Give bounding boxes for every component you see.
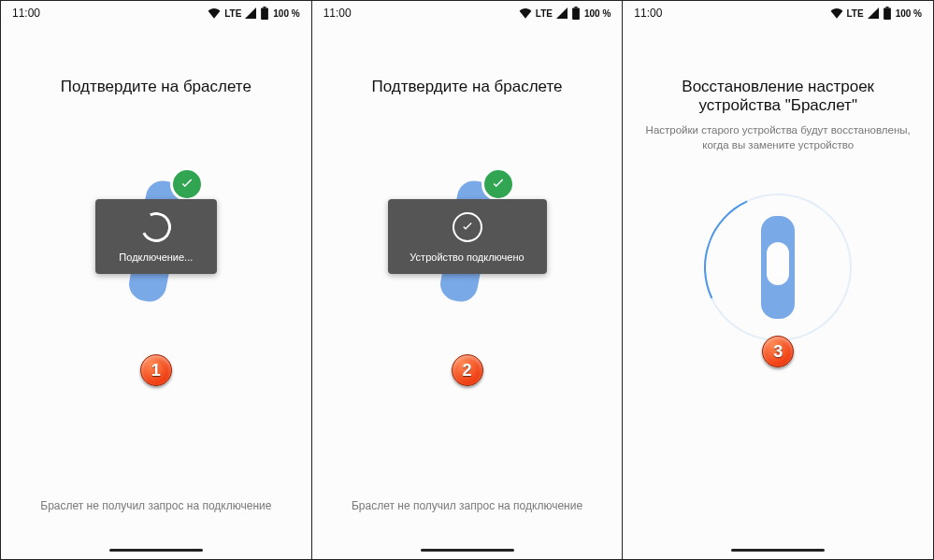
status-bar: 11:00 LTE 100 % (623, 1, 933, 25)
step-badge-1: 1 (140, 354, 172, 386)
phone-screen-3: 11:00 LTE 100 % Восстановление настроек … (623, 0, 934, 560)
battery-label: 100 % (273, 8, 299, 19)
toast-connected: Устройство подключено (388, 199, 547, 274)
battery-icon (260, 7, 269, 20)
title-area: Восстановление настроек устройства "Брас… (623, 78, 933, 152)
battery-icon (571, 7, 581, 20)
page-subtitle: Настройки старого устройства будут восст… (641, 122, 914, 152)
phone-screen-2: 11:00 LTE 100 % Подтвердите на браслете … (312, 0, 624, 560)
signal-icon (245, 7, 256, 19)
svg-rect-0 (264, 7, 266, 8)
svg-rect-2 (574, 7, 577, 8)
toast-text: Устройство подключено (410, 251, 524, 263)
wifi-icon (519, 7, 532, 19)
status-bar: 11:00 LTE 100 % (1, 1, 311, 25)
svg-rect-1 (261, 8, 268, 20)
band-image (761, 216, 795, 319)
illustration (698, 188, 857, 347)
page-title: Подтвердите на браслете (61, 78, 251, 96)
nav-handle[interactable] (109, 549, 203, 552)
status-time: 11:00 (12, 7, 40, 20)
spinner-icon (137, 208, 175, 246)
svg-rect-3 (572, 8, 580, 20)
status-right: LTE 100 % (830, 7, 923, 20)
footer-link[interactable]: Браслет не получил запрос на подключение (312, 499, 623, 512)
illustration: Устройство подключено (388, 162, 547, 321)
wifi-icon (830, 7, 843, 19)
footer-link[interactable]: Браслет не получил запрос на подключение (1, 499, 311, 512)
battery-label: 100 % (584, 8, 611, 19)
battery-icon (883, 7, 892, 20)
status-bar: 11:00 LTE 100 % (312, 1, 623, 25)
success-check-icon (170, 167, 204, 201)
step-badge-2: 2 (452, 354, 483, 386)
network-label: LTE (224, 8, 241, 19)
wifi-icon (208, 7, 221, 19)
page-title: Восстановление настроек устройства "Брас… (641, 78, 914, 115)
title-area: Подтвердите на браслете (352, 78, 581, 96)
status-time: 11:00 (323, 7, 352, 20)
phone-screen-1: 11:00 LTE 100 % Подтвердите на браслете … (0, 0, 312, 560)
toast-connecting: Подключение... (95, 199, 217, 274)
network-label: LTE (536, 8, 553, 19)
status-right: LTE 100 % (208, 7, 300, 20)
svg-rect-4 (885, 7, 888, 8)
check-icon (453, 212, 482, 242)
title-area: Подтвердите на браслете (42, 78, 270, 96)
battery-label: 100 % (896, 8, 922, 19)
step-badge-3: 3 (762, 336, 794, 367)
illustration: Подключение... (77, 162, 236, 321)
status-right: LTE 100 % (519, 7, 611, 20)
signal-icon (556, 7, 568, 19)
toast-text: Подключение... (119, 251, 193, 263)
success-check-icon (481, 167, 515, 201)
nav-handle[interactable] (731, 549, 825, 552)
network-label: LTE (847, 8, 864, 19)
page-title: Подтвердите на браслете (371, 78, 562, 96)
signal-icon (868, 7, 879, 19)
status-time: 11:00 (634, 7, 662, 20)
nav-handle[interactable] (421, 549, 514, 552)
svg-rect-5 (884, 8, 891, 20)
